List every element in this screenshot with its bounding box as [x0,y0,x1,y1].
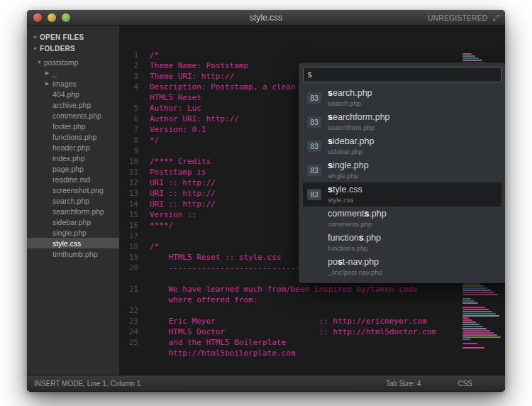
minimap-line [462,339,470,340]
minimap-line [462,315,499,317]
tree-item[interactable]: style.css [27,238,119,248]
code-line[interactable] [150,305,461,316]
goto-result-row[interactable]: 83 single.php single.php [303,158,501,182]
line-number-gutter: 1234567891011121314151617181920212223242… [120,26,144,375]
window-title: style.css [250,13,282,23]
line-number: 3 [120,71,144,82]
code-line[interactable]: where offered from: [150,295,461,305]
goto-result-row[interactable]: 83 style.css style.css [303,182,501,207]
minimap-line [462,285,484,287]
minimap-line [462,334,497,336]
code-line[interactable]: Eric Meyer :: http://ericmeyer.com [150,316,461,327]
result-filename: single.php [328,160,369,171]
minimap-line [462,330,490,331]
code-line[interactable]: /* [150,50,461,60]
minimap-line [462,298,471,300]
zoom-button[interactable] [62,13,70,22]
tree-item[interactable]: searchform.php [27,206,119,216]
tree-item[interactable]: timthumb.php [27,248,119,259]
filename-post: idebar.php [333,136,374,146]
tree-item[interactable]: functions.php [27,131,119,142]
filename-pre: po [328,257,338,267]
tree-item-label: 404.php [52,90,79,99]
goto-result-row[interactable]: comments.php comments.php [303,207,501,231]
line-number: 4 [120,82,144,92]
tree-item[interactable]: comments.php [27,110,119,121]
tab-size-status[interactable]: Tab Size: 4 [386,380,421,388]
result-filename: post-nav.php [328,257,382,268]
goto-result-row[interactable]: 83 search.php search.php [303,86,501,110]
tree-item[interactable]: 404.php [27,89,119,99]
line-number: 17 [120,231,144,241]
line-number: 8 [120,135,144,146]
tree-item[interactable]: single.php [27,227,119,238]
disclosure-icon: ▼ [33,46,40,51]
tree-item[interactable]: header.php [27,142,119,153]
goto-result-row[interactable]: 83 sidebar.php sidebar.php [303,134,501,158]
code-line[interactable]: HTML5 Doctor :: http://html5doctor.com [150,327,461,337]
tree-item-label: searchform.php [52,207,104,216]
tree-item[interactable]: index.php [27,153,119,163]
tree-item-label: search.php [52,197,89,205]
minimap-line [462,319,472,321]
match-score-badge: 83 [307,116,321,128]
sidebar-section-folders[interactable]: ▼ FOLDERS [27,43,119,54]
filename-post: tyle.css [333,185,362,194]
tree-item[interactable]: sidebar.php [27,216,119,227]
sidebar-section-open-files[interactable]: ▼ OPEN FILES [27,31,119,43]
tree-item[interactable]: ▼ poststamp [27,57,119,67]
tree-item[interactable]: readme.md [27,174,119,185]
window-controls [33,13,70,22]
tree-item[interactable]: archive.php [27,99,119,110]
line-number: 22 [120,305,144,316]
tree-item[interactable]: search.php [27,195,119,206]
tree-item-label: poststamp [44,58,78,67]
goto-result-row[interactable]: post-nav.php _/inc/post-nav.php [303,255,501,279]
code-line[interactable]: http://html5boilerplate.com [150,348,461,358]
filename-post: t-nav.php [343,257,379,267]
registration-status: UNREGISTERED [428,14,487,22]
result-filename: search.php [328,88,372,99]
line-number: 23 [120,316,144,327]
minimap-line [462,292,494,293]
tree-item-label: readme.md [52,175,90,184]
tree-item-label: sidebar.php [52,218,91,226]
result-path: single.php [328,172,369,180]
tree-item-label: header.php [52,143,90,152]
goto-anything-panel: 83 search.php search.php 83 searchform.p… [299,62,505,283]
tree-item[interactable]: footer.php [27,121,119,131]
fullscreen-icon[interactable]: ⤢ [492,13,499,23]
minimap-line [462,324,480,325]
editor: 1234567891011121314151617181920212223242… [120,26,505,375]
cursor-position-status: INSERT MODE, Line 1, Column 1 [34,380,386,388]
disclosure-icon: ▶ [45,81,52,87]
tree-item[interactable]: page.php [27,163,119,174]
goto-result-row[interactable]: 83 searchform.php searchform.php [303,110,501,134]
tree-item-label: _ [52,69,57,77]
tree-item[interactable]: ▶ images [27,78,119,89]
line-number: 9 [120,146,144,156]
result-filename: comments.php [328,209,387,219]
goto-result-row[interactable]: functions.php functions.php [303,231,501,255]
result-text: style.css style.css [328,185,362,204]
filename-match: s [338,257,343,267]
minimize-button[interactable] [48,13,56,22]
tree-item[interactable]: screenshot.png [27,185,119,195]
filename-post: earchform.php [333,112,390,122]
code-line[interactable]: We have learned much from/been inspired … [150,284,461,295]
minimap-line [462,322,476,323]
minimap-line [462,317,469,319]
tree-item-label: style.css [52,239,81,248]
close-button[interactable] [33,13,42,22]
result-text: functions.php functions.php [328,233,381,252]
filename-post: earch.php [333,88,372,98]
syntax-status[interactable]: CSS [458,380,472,388]
main-area: ▼ OPEN FILES ▼ FOLDERS ▼ poststamp ▶ _ ▶… [27,26,505,375]
filename-match: s [328,88,333,98]
goto-anything-input[interactable] [303,67,501,82]
minimap-line [462,347,484,349]
titlebar-right: UNREGISTERED ⤢ [428,10,499,26]
minimap-line [462,328,487,329]
code-line[interactable]: and the HTML5 Boilerplate [150,337,461,348]
tree-item[interactable]: ▶ _ [27,67,119,78]
